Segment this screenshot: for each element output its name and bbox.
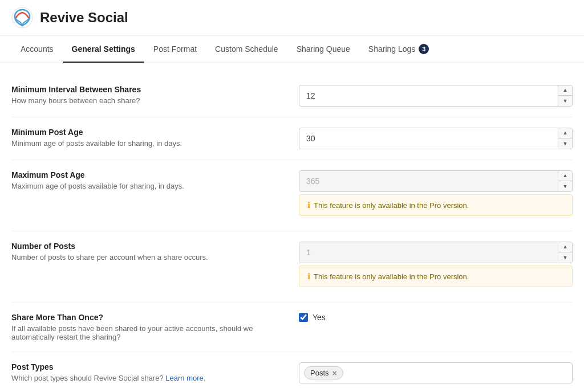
number-of-posts-spin-up[interactable]: ▲ xyxy=(558,242,572,252)
tab-post-format[interactable]: Post Format xyxy=(144,36,206,63)
setting-maximum-post-age: Maximum Post Age Maximum age of posts av… xyxy=(11,160,573,231)
minimum-interval-spin-down[interactable]: ▼ xyxy=(558,96,572,106)
share-more-checkbox[interactable] xyxy=(299,313,308,322)
maximum-post-age-input-wrapper: ▲ ▼ xyxy=(299,170,573,192)
maximum-post-age-desc: Maximum age of posts available for shari… xyxy=(11,182,287,190)
app-logo-icon xyxy=(11,7,33,28)
minimum-post-age-desc: Minimum age of posts available for shari… xyxy=(11,139,287,148)
number-of-posts-spinners: ▲ ▼ xyxy=(558,242,572,263)
number-of-posts-info-icon: ℹ xyxy=(307,272,310,281)
number-of-posts-spin-down[interactable]: ▼ xyxy=(558,252,572,263)
minimum-post-age-spin-up[interactable]: ▲ xyxy=(558,128,572,138)
minimum-interval-desc: How many hours between each share? xyxy=(11,96,287,105)
setting-post-types: Post Types Which post types should Reviv… xyxy=(11,352,573,392)
number-of-posts-input-wrapper: ▲ ▼ xyxy=(299,242,573,263)
share-more-checkbox-row: Yes xyxy=(299,313,573,322)
setting-share-more-than-once: Share More Than Once? If all available p… xyxy=(11,303,573,352)
number-of-posts-input[interactable] xyxy=(299,242,558,263)
post-types-tag-area[interactable]: Posts × xyxy=(299,362,573,383)
tag-remove-icon[interactable]: × xyxy=(332,369,337,377)
minimum-post-age-spinners: ▲ ▼ xyxy=(558,128,572,149)
number-of-posts-pro-notice: ℹ This feature is only available in the … xyxy=(299,266,573,287)
post-types-desc: Which post types should Revive Social sh… xyxy=(11,374,287,382)
setting-minimum-interval: Minimum Interval Between Shares How many… xyxy=(11,75,573,117)
tab-general-settings[interactable]: General Settings xyxy=(63,36,144,63)
minimum-post-age-input[interactable] xyxy=(299,128,558,149)
number-of-posts-desc: Number of posts to share per account whe… xyxy=(11,253,287,262)
minimum-post-age-spin-down[interactable]: ▼ xyxy=(558,138,572,149)
number-of-posts-label: Number of Posts xyxy=(11,242,287,251)
app-header: Revive Social xyxy=(0,0,584,36)
minimum-interval-spinners: ▲ ▼ xyxy=(558,85,572,106)
minimum-interval-label: Minimum Interval Between Shares xyxy=(11,85,287,94)
nav-tabs: Accounts General Settings Post Format Cu… xyxy=(0,36,584,63)
settings-content: Minimum Interval Between Shares How many… xyxy=(0,63,584,392)
post-type-tag-posts: Posts × xyxy=(304,366,343,379)
maximum-post-age-spin-up[interactable]: ▲ xyxy=(558,171,572,181)
tab-sharing-logs[interactable]: Sharing Logs 3 xyxy=(359,36,439,63)
post-types-label: Post Types xyxy=(11,362,287,371)
tag-label: Posts xyxy=(310,369,329,377)
maximum-post-age-input[interactable] xyxy=(299,171,558,191)
minimum-interval-spin-up[interactable]: ▲ xyxy=(558,85,572,96)
share-more-checkbox-label: Yes xyxy=(313,313,326,322)
tab-accounts[interactable]: Accounts xyxy=(11,36,63,63)
setting-number-of-posts: Number of Posts Number of posts to share… xyxy=(11,231,573,303)
maximum-post-age-spinners: ▲ ▼ xyxy=(558,171,572,191)
minimum-post-age-label: Minimum Post Age xyxy=(11,128,287,137)
maximum-post-age-info-icon: ℹ xyxy=(307,201,310,210)
minimum-interval-input-wrapper: ▲ ▼ xyxy=(299,85,573,107)
maximum-post-age-label: Maximum Post Age xyxy=(11,170,287,179)
setting-minimum-post-age: Minimum Post Age Minimum age of posts av… xyxy=(11,117,573,160)
app-title: Revive Social xyxy=(40,10,128,26)
minimum-interval-input[interactable] xyxy=(299,85,558,106)
maximum-post-age-spin-down[interactable]: ▼ xyxy=(558,181,572,191)
post-types-learn-more[interactable]: Learn more xyxy=(165,374,203,382)
share-more-desc: If all available posts have been shared … xyxy=(11,324,287,341)
share-more-label: Share More Than Once? xyxy=(11,313,287,322)
sharing-logs-badge: 3 xyxy=(419,44,429,54)
minimum-post-age-input-wrapper: ▲ ▼ xyxy=(299,128,573,149)
maximum-post-age-pro-notice: ℹ This feature is only available in the … xyxy=(299,194,573,216)
tab-custom-schedule[interactable]: Custom Schedule xyxy=(206,36,287,63)
tab-sharing-queue[interactable]: Sharing Queue xyxy=(287,36,359,63)
